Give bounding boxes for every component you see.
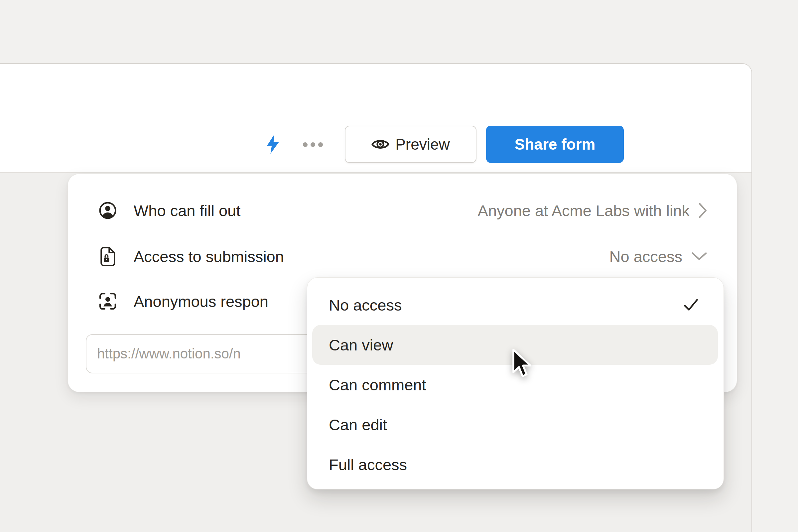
access-to-submission-value[interactable]: No access bbox=[609, 247, 707, 266]
chevron-right-icon bbox=[698, 202, 707, 219]
more-icon bbox=[303, 142, 307, 147]
dropdown-item-full-access[interactable]: Full access bbox=[307, 444, 723, 484]
who-can-fill-out-value[interactable]: Anyone at Acme Labs with link bbox=[478, 202, 707, 220]
check-icon bbox=[683, 298, 699, 312]
app-window: Preview Share form Who can fill out bbox=[0, 63, 752, 532]
person-circle-icon bbox=[98, 201, 117, 220]
eye-icon bbox=[372, 135, 390, 153]
form-builder-toolbar: Preview Share form bbox=[0, 64, 752, 173]
more-options-button[interactable] bbox=[303, 142, 323, 147]
screenshot-stage: Preview Share form Who can fill out bbox=[0, 0, 798, 532]
document-lock-icon bbox=[98, 247, 117, 266]
share-form-button-label: Share form bbox=[515, 135, 595, 153]
lightning-icon bbox=[266, 134, 280, 154]
lightning-button[interactable] bbox=[266, 134, 280, 154]
row-label: Who can fill out bbox=[134, 202, 241, 220]
dropdown-item-can-view[interactable]: Can view bbox=[312, 325, 718, 365]
preview-button-label: Preview bbox=[395, 135, 450, 153]
dropdown-item-can-edit[interactable]: Can edit bbox=[307, 405, 723, 444]
row-access-to-submission[interactable]: Access to submission No access bbox=[68, 233, 737, 280]
chevron-down-icon bbox=[691, 252, 707, 261]
row-label: Anonymous respon bbox=[134, 292, 268, 310]
row-label: Access to submission bbox=[134, 247, 284, 266]
dropdown-item-no-access[interactable]: No access bbox=[307, 285, 723, 325]
preview-button[interactable]: Preview bbox=[345, 126, 476, 163]
dropdown-item-can-comment[interactable]: Can comment bbox=[307, 365, 723, 405]
row-who-can-fill-out[interactable]: Who can fill out Anyone at Acme Labs wit… bbox=[68, 187, 737, 234]
share-form-button[interactable]: Share form bbox=[486, 126, 624, 163]
anonymous-person-icon bbox=[98, 292, 117, 310]
access-level-dropdown: No access Can view Can comment Can edit … bbox=[307, 277, 724, 490]
